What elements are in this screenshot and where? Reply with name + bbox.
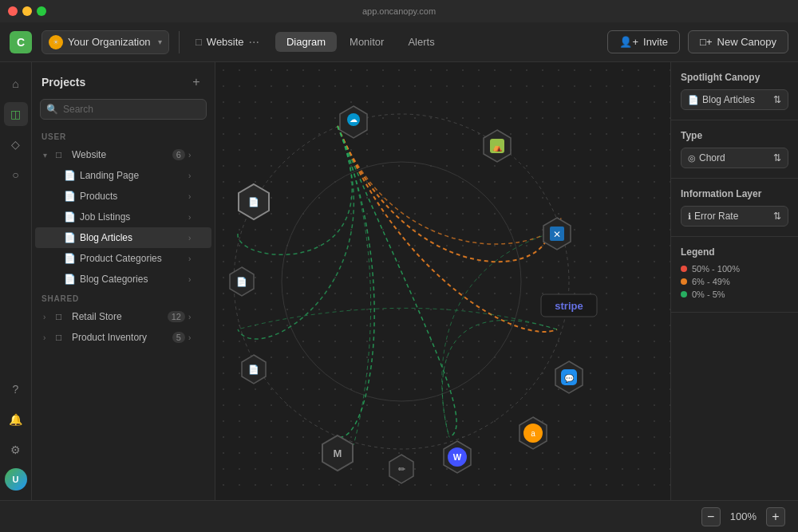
tree-item-blog-categories[interactable]: 📄 Blog Categories › ··· [35,269,211,290]
doc-icon: 📄 [64,253,77,264]
tree-item-website[interactable]: ▾ □ Website 6 › ··· [35,144,211,165]
type-title: Type [681,130,788,141]
titlebar: app.oncanopy.com [0,0,798,22]
diagram-canvas[interactable]: ☁ ⛺ ✕ stripe [215,62,670,500]
tab-alerts[interactable]: Alerts [397,32,445,52]
legend-dot-high [681,266,687,272]
type-section: Type ◎ Chord ⇅ [671,120,798,179]
chord-icon: ◎ [688,153,696,164]
svg-text:⛺: ⛺ [492,142,503,152]
minus-icon: − [707,510,714,524]
project-tab[interactable]: □ Website ··· [189,31,266,53]
sidebar-home-btn[interactable]: ⌂ [4,72,28,96]
spotlight-section: Spotlight Canopy 📄 Blog Articles ⇅ [671,62,798,120]
spotlight-select[interactable]: 📄 Blog Articles ⇅ [681,89,788,110]
zoom-in-button[interactable]: + [766,507,785,526]
svg-text:📄: 📄 [236,276,247,287]
navbar-right: 👤+ Invite □+ New Canopy [607,30,788,53]
doc-icon: 📄 [688,95,699,105]
chord-diagram: ☁ ⛺ ✕ stripe [215,74,609,489]
org-selector[interactable]: ☀ Your Organization ▾ [41,30,169,54]
legend-label-low: 0% - 5% [692,290,725,299]
chevron-updown-icon: ⇅ [773,211,781,222]
shared-section-label: SHARED [32,290,215,306]
invite-button[interactable]: 👤+ Invite [607,30,680,53]
svg-text:💬: 💬 [564,373,575,384]
minimize-button[interactable] [22,6,32,16]
legend-label-medium: 6% - 49% [692,277,730,286]
tab-diagram[interactable]: Diagram [275,32,337,52]
svg-point-0 [234,114,569,449]
info-layer-value: Error Rate [694,211,770,222]
sidebar-help-btn[interactable]: ? [4,377,28,401]
svg-point-1 [282,162,521,401]
main-content: ⌂ ◫ ◇ ○ ? 🔔 ⚙ U Projects + 🔍 USER [0,62,798,500]
spotlight-title: Spotlight Canopy [681,72,788,83]
sidebar-layers-btn[interactable]: ◫ [4,102,28,126]
user-section-label: USER [32,128,215,144]
svg-text:☁: ☁ [350,115,358,124]
chevron-right-icon: › [188,171,191,180]
spotlight-value: Blog Articles [702,94,770,105]
info-icon: ℹ [688,211,691,222]
tree-item-product-inventory[interactable]: › □ Product Inventory 5 › ··· [35,327,211,348]
svg-text:✕: ✕ [553,229,561,240]
sidebar-diamond-btn[interactable]: ◇ [4,132,28,156]
doc-icon: 📄 [64,191,77,202]
sun-icon: ☀ [53,38,59,46]
search-icon: 🔍 [46,104,58,115]
tree-item-landing-page[interactable]: 📄 Landing Page › ··· [35,165,211,186]
tab-monitor[interactable]: Monitor [338,32,395,52]
window-controls[interactable] [8,6,46,16]
svg-text:W: W [453,452,462,462]
app-logo: C [10,31,32,53]
chevron-right-icon: › [188,234,191,242]
doc-icon: 📄 [64,274,77,285]
tree-item-job-listings[interactable]: 📄 Job Listings › ··· [35,207,211,227]
type-select[interactable]: ◎ Chord ⇅ [681,148,788,168]
sidebar-network-btn[interactable]: ○ [4,163,28,187]
legend-section: Legend 50% - 100% 6% - 49% 0% - 5% [671,237,798,313]
folder-icon: □ [196,36,202,48]
zoom-out-button[interactable]: − [701,507,721,526]
sidebar-bottom: ? 🔔 ⚙ U [4,377,28,491]
project-menu-dots[interactable]: ··· [249,35,259,49]
folder-icon: □ [56,332,69,343]
chevron-updown-icon: ⇅ [773,94,781,105]
chevron-right-icon: › [188,213,191,222]
new-doc-icon: □+ [700,36,712,48]
nav-divider [179,31,180,53]
new-canopy-button[interactable]: □+ New Canopy [688,30,788,53]
legend-title: Legend [681,246,788,258]
project-name: Website [207,36,244,48]
type-value: Chord [699,152,770,164]
chevron-updown-icon: ⇅ [773,152,781,164]
svg-text:📄: 📄 [248,364,259,375]
svg-text:📄: 📄 [248,196,259,207]
tree-item-retail-store[interactable]: › □ Retail Store 12 › ··· [35,306,211,327]
tree-item-product-categories[interactable]: 📄 Product Categories › ··· [35,248,211,269]
legend-label-high: 50% - 100% [692,264,740,274]
right-panel: Spotlight Canopy 📄 Blog Articles ⇅ Type … [670,62,798,500]
close-button[interactable] [8,6,18,16]
avatar[interactable]: U [5,468,27,491]
add-project-button[interactable]: + [188,73,205,91]
info-layer-select[interactable]: ℹ Error Rate ⇅ [681,206,788,227]
tab-bar: Diagram Monitor Alerts [275,32,446,52]
search-input[interactable] [40,99,207,120]
sidebar-icons: ⌂ ◫ ◇ ○ ? 🔔 ⚙ U [0,62,32,500]
legend-item-high: 50% - 100% [681,264,788,274]
sidebar-settings-btn[interactable]: ⚙ [4,438,28,462]
maximize-button[interactable] [37,6,46,16]
org-name: Your Organization [68,36,153,48]
svg-text:stripe: stripe [555,300,583,312]
zoom-level: 100% [730,510,757,522]
projects-title: Projects [41,76,85,89]
person-add-icon: 👤+ [619,36,638,48]
tree-item-products[interactable]: 📄 Products › ··· [35,186,211,207]
legend-dot-medium [681,278,687,285]
app: C ☀ Your Organization ▾ □ Website ··· Di… [0,22,798,532]
sidebar-notification-btn[interactable]: 🔔 [4,408,28,432]
tree-item-blog-articles[interactable]: 📄 Blog Articles › ··· [35,227,211,248]
info-layer-title: Information Layer [681,188,788,199]
